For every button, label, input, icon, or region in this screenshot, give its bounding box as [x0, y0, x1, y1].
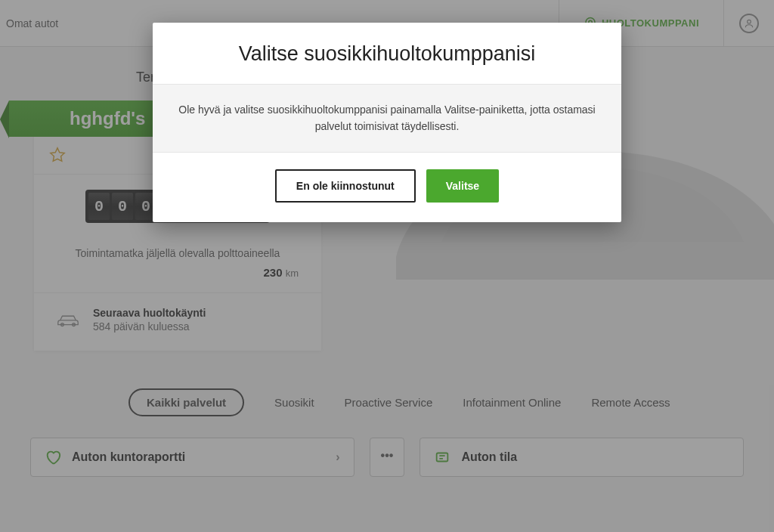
not-interested-button[interactable]: En ole kiinnostunut: [275, 169, 416, 203]
select-partner-modal: Valitse suosikkihuoltokumppanisi Ole hyv…: [153, 23, 621, 222]
select-button[interactable]: Valitse: [426, 169, 499, 203]
modal-title: Valitse suosikkihuoltokumppanisi: [153, 23, 621, 84]
modal-body: Ole hyvä ja valitse suosikkihuoltokumppa…: [153, 84, 621, 153]
modal-overlay[interactable]: Valitse suosikkihuoltokumppanisi Ole hyv…: [0, 0, 774, 532]
modal-actions: En ole kiinnostunut Valitse: [153, 153, 621, 222]
